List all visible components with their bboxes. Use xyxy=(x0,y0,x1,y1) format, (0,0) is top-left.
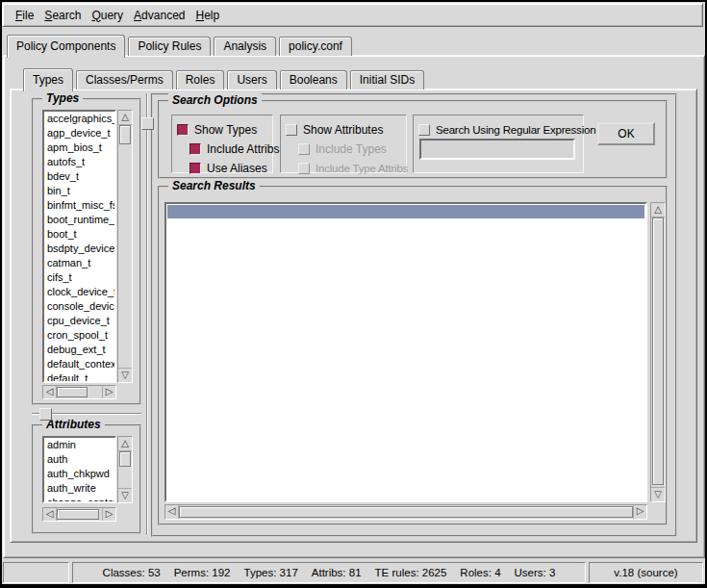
type-item-default-t[interactable]: default_t xyxy=(44,371,114,383)
type-item-clock-device-t[interactable]: clock_device_t xyxy=(44,285,114,299)
subtab-roles[interactable]: Roles xyxy=(176,70,225,89)
selection-bar xyxy=(167,205,644,218)
search-results-text[interactable] xyxy=(164,202,647,502)
type-item-debug-ext-t[interactable]: debug_ext_t xyxy=(44,343,114,357)
checkbox-icon xyxy=(298,143,310,155)
show-types-checkbox[interactable]: Show Types xyxy=(177,120,272,140)
type-item-cron-spool-t[interactable]: cron_spool_t xyxy=(44,328,114,343)
type-item-binfmt-misc-fs[interactable]: binfmt_misc_fs xyxy=(44,198,114,213)
scroll-down-icon[interactable]: ▽ xyxy=(118,488,132,502)
regex-group: Search Using Regular Expression xyxy=(413,115,584,173)
tab-policy-components[interactable]: Policy Components xyxy=(7,35,125,58)
scroll-right-icon[interactable]: ▷ xyxy=(633,505,646,519)
results-vertical-scrollbar[interactable]: △ ▽ xyxy=(650,202,666,502)
scroll-left-icon[interactable]: ◁ xyxy=(165,505,179,519)
checkbox-icon[interactable] xyxy=(189,143,201,155)
scroll-up-icon[interactable]: △ xyxy=(651,203,665,217)
scroll-up-icon[interactable]: △ xyxy=(118,437,132,451)
checkbox-label: Include Type Attribs xyxy=(316,162,408,175)
include-type-attribs-checkbox: Include Type Attribs xyxy=(298,159,406,178)
policy-version-label: v.18 (source) xyxy=(614,567,677,578)
scroll-right-icon[interactable]: ▷ xyxy=(102,386,115,398)
type-item-accelgraphics-e[interactable]: accelgraphics_e xyxy=(44,112,114,126)
attribute-item-change-context[interactable]: change_context xyxy=(44,496,114,503)
type-item-boot-runtime-t[interactable]: boot_runtime_t xyxy=(44,213,114,227)
checkbox-label: Use Aliases xyxy=(207,162,267,175)
checkbox-icon[interactable] xyxy=(189,163,201,174)
types-frame-title: Types xyxy=(42,91,83,105)
subtab-users[interactable]: Users xyxy=(227,70,276,89)
pane-sash-handle[interactable] xyxy=(141,117,154,130)
subtab-initial-sids[interactable]: Initial SIDs xyxy=(350,70,424,89)
types-vertical-scrollbar[interactable]: △ ▽ xyxy=(117,110,133,383)
scrollbar-thumb[interactable] xyxy=(57,509,99,520)
app-window: { "colors": { "background": "#d9d9d9", "… xyxy=(0,0,707,588)
type-item-default-context[interactable]: default_context xyxy=(44,357,114,371)
include-types-checkbox: Include Types xyxy=(298,140,406,159)
scroll-left-icon[interactable]: ◁ xyxy=(43,508,57,521)
type-item-agp-device-t[interactable]: agp_device_t xyxy=(44,126,114,141)
results-horizontal-scrollbar[interactable]: ◁ ▷ xyxy=(164,504,647,520)
menu-item-query[interactable]: Query xyxy=(87,6,128,25)
attributes-listbox[interactable]: adminauthauth_chkpwdauth_writechange_con… xyxy=(42,436,116,503)
attributes-vertical-scrollbar[interactable]: △ ▽ xyxy=(117,436,133,503)
use-aliases-checkbox[interactable]: Use Aliases xyxy=(189,159,272,178)
search-results-title: Search Results xyxy=(168,179,260,192)
status-stat-te-rules-2625: TE rules: 2625 xyxy=(375,567,447,578)
scrollbar-thumb[interactable] xyxy=(119,451,131,467)
subtab-classes-perms[interactable]: Classes/Perms xyxy=(76,70,173,89)
status-cell-version: v.18 (source) xyxy=(589,562,703,583)
scrollbar-thumb[interactable] xyxy=(57,387,88,397)
status-stat-perms-192: Perms: 192 xyxy=(174,567,231,578)
types-listbox[interactable]: accelgraphics_eagp_device_tapm_bios_taut… xyxy=(42,110,116,383)
status-stat-types-317: Types: 317 xyxy=(244,567,298,578)
type-item-apm-bios-t[interactable]: apm_bios_t xyxy=(44,141,114,155)
attribute-item-auth-write[interactable]: auth_write xyxy=(44,481,114,496)
attribute-item-admin[interactable]: admin xyxy=(44,438,114,452)
type-item-cpu-device-t[interactable]: cpu_device_t xyxy=(44,314,114,328)
menu-item-file[interactable]: File xyxy=(11,6,38,25)
type-item-boot-t[interactable]: boot_t xyxy=(44,227,114,242)
type-item-cifs-t[interactable]: cifs_t xyxy=(44,270,114,285)
type-item-autofs-t[interactable]: autofs_t xyxy=(44,155,114,169)
regex-checkbox[interactable]: Search Using Regular Expression xyxy=(418,120,583,140)
main-tab-bar: Policy ComponentsPolicy RulesAnalysispol… xyxy=(7,35,355,58)
checkbox-label: Search Using Regular Expression xyxy=(436,123,595,137)
type-item-bdev-t[interactable]: bdev_t xyxy=(44,169,114,184)
menu-item-search[interactable]: Search xyxy=(39,6,86,25)
subtab-types[interactable]: Types xyxy=(23,68,73,91)
scroll-down-icon[interactable]: ▽ xyxy=(118,368,132,382)
types-horizontal-scrollbar[interactable]: ◁ ▷ xyxy=(42,385,116,399)
scrollbar-thumb[interactable] xyxy=(179,506,633,518)
checkbox-icon[interactable] xyxy=(418,124,430,136)
menu-bar: FileSearchQueryAdvancedHelp xyxy=(2,3,703,27)
ok-button[interactable]: OK xyxy=(597,122,655,145)
tab-analysis[interactable]: Analysis xyxy=(214,37,276,56)
checkbox-icon[interactable] xyxy=(177,124,189,136)
attributes-horizontal-scrollbar[interactable]: ◁ ▷ xyxy=(42,507,116,522)
menu-item-advanced[interactable]: Advanced xyxy=(129,6,189,25)
subtab-booleans[interactable]: Booleans xyxy=(280,70,347,89)
search-options-title: Search Options xyxy=(168,93,262,107)
checkbox-icon[interactable] xyxy=(286,124,297,136)
scroll-left-icon[interactable]: ◁ xyxy=(43,386,57,398)
scroll-right-icon[interactable]: ▷ xyxy=(102,508,115,521)
sash-handle[interactable] xyxy=(39,408,52,421)
scroll-up-icon[interactable]: △ xyxy=(118,111,132,125)
show-attributes-checkbox[interactable]: Show Attributes xyxy=(286,120,406,140)
type-item-bsdpty-device[interactable]: bsdpty_device_ xyxy=(44,242,114,256)
type-item-bin-t[interactable]: bin_t xyxy=(44,184,114,198)
include-attribs-checkbox[interactable]: Include Attribs xyxy=(189,140,272,159)
tab-policy-conf[interactable]: policy.conf xyxy=(279,37,352,56)
type-item-console-device[interactable]: console_device xyxy=(44,299,114,314)
attribute-item-auth[interactable]: auth xyxy=(44,452,114,467)
scroll-down-icon[interactable]: ▽ xyxy=(651,487,665,501)
status-stat-users-3: Users: 3 xyxy=(515,567,556,578)
type-item-catman-t[interactable]: catman_t xyxy=(44,256,114,270)
menu-item-help[interactable]: Help xyxy=(190,6,224,25)
status-cell-empty xyxy=(3,562,69,583)
attribute-item-auth-chkpwd[interactable]: auth_chkpwd xyxy=(44,467,114,481)
scrollbar-thumb[interactable] xyxy=(652,217,664,485)
scrollbar-thumb[interactable] xyxy=(119,125,131,144)
tab-policy-rules[interactable]: Policy Rules xyxy=(128,37,211,56)
